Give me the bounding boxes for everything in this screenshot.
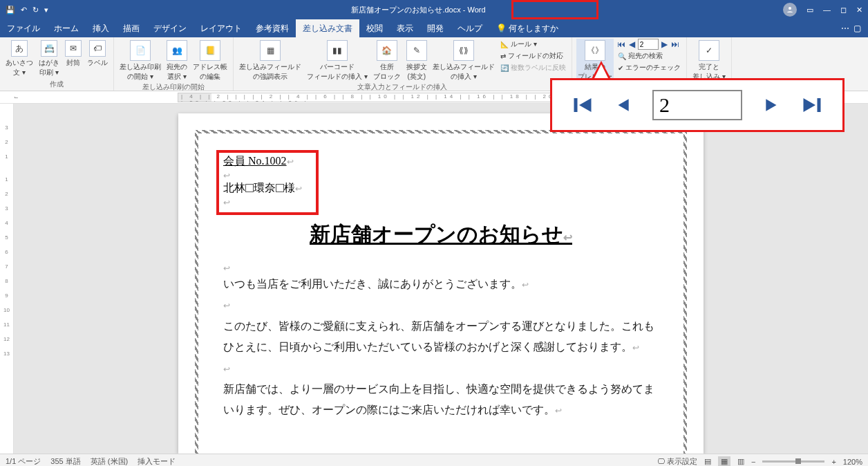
start-merge-button[interactable]: 📄差し込み印刷 の開始 ▾: [118, 39, 162, 82]
update-labels-button: 🔄複数ラベルに反映: [499, 62, 567, 73]
tab-draw[interactable]: 描画: [116, 19, 147, 37]
vertical-ruler: 32112345678910111213: [0, 104, 14, 454]
status-mode[interactable]: 挿入モード: [138, 456, 176, 466]
close-icon[interactable]: ✕: [856, 6, 862, 15]
select-recipients-button[interactable]: 👥宛先の 選択 ▾: [165, 39, 189, 82]
insert-merge-field-button[interactable]: ⟪⟫差し込みフィールド の挿入 ▾: [431, 39, 496, 82]
group-write-label: 文章入力とフィールドの挿入: [238, 82, 567, 93]
group-create-label: 作成: [4, 79, 109, 91]
zoom-slider[interactable]: [762, 460, 824, 463]
last-record-icon[interactable]: ⏭: [670, 39, 680, 49]
svg-marker-5: [804, 98, 816, 112]
search-icon: 🔍: [618, 53, 626, 60]
group-write-insert: ▦差し込みフィールド の強調表示 ▮▮バーコード フィールドの挿入 ▾ 🏠住所 …: [234, 37, 572, 91]
check-icon: ✔: [618, 64, 623, 72]
svg-marker-3: [619, 99, 629, 111]
greeting-button[interactable]: ああいさつ 文 ▾: [4, 39, 35, 77]
label-button[interactable]: 🏷ラベル: [86, 39, 109, 68]
document-page[interactable]: 会員 No.1002↩ ↩ 北林環奈様↩ ↩ 新店舗オープンのお知らせ↩ ↩ い…: [178, 113, 704, 454]
print-layout-icon[interactable]: ▦: [718, 456, 730, 466]
finish-merge-button[interactable]: ✓完了と 差し込み ▾: [691, 39, 727, 82]
svg-rect-6: [818, 98, 821, 112]
tab-home[interactable]: ホーム: [47, 19, 86, 37]
zoom-in-icon[interactable]: +: [831, 458, 836, 466]
tell-me[interactable]: 💡 何をしますか: [489, 19, 565, 37]
tab-review[interactable]: 校閲: [359, 19, 390, 37]
highlight-member-block: [216, 150, 319, 215]
postcard-button[interactable]: 📇はがき 印刷 ▾: [37, 39, 61, 77]
barcode-button[interactable]: ▮▮バーコード フィールドの挿入 ▾: [305, 39, 369, 82]
record-navigator: ⏮ ◀ ▶ ⏭: [616, 39, 682, 50]
first-record-big-icon[interactable]: [572, 95, 593, 115]
tell-me-label: 何をしますか: [509, 23, 558, 35]
ribbon-tabs: ファイル ホーム 挿入 描画 デザイン レイアウト 参考資料 差し込み文書 校閲…: [0, 19, 868, 37]
tab-design[interactable]: デザイン: [147, 19, 194, 37]
svg-marker-2: [579, 98, 592, 112]
undo-icon[interactable]: ↶: [21, 6, 27, 15]
svg-marker-4: [766, 99, 776, 111]
tab-mailings[interactable]: 差し込み文書: [296, 19, 359, 37]
save-icon[interactable]: 💾: [6, 6, 15, 15]
tab-file[interactable]: ファイル: [0, 19, 47, 37]
status-bar: 1/1 ページ 355 単語 英語 (米国) 挿入モード 🖵 表示設定 ▤ ▦ …: [0, 454, 868, 466]
minimize-icon[interactable]: —: [823, 6, 831, 14]
status-language[interactable]: 英語 (米国): [91, 456, 128, 466]
svg-rect-1: [574, 98, 578, 112]
paragraph-2: このたび、皆様のご愛顧に支えられ、新店舗をオープンする運びとなりました。これもひ…: [223, 320, 654, 353]
group-start-merge: 📄差し込み印刷 の開始 ▾ 👥宛先の 選択 ▾ 📒アドレス帳 の編集 差し込み印…: [114, 37, 234, 91]
next-record-big-icon[interactable]: [763, 96, 781, 114]
prev-record-icon[interactable]: ◀: [628, 39, 636, 49]
tab-view[interactable]: 表示: [390, 19, 420, 37]
group-start-label: 差し込み印刷の開始: [118, 82, 229, 93]
svg-point-0: [789, 7, 791, 10]
qat-more-icon[interactable]: ▾: [44, 6, 48, 15]
prev-record-big-icon[interactable]: [614, 96, 632, 114]
rules-button[interactable]: 📐ルール ▾: [499, 39, 567, 50]
zoom-out-icon[interactable]: −: [751, 458, 755, 466]
window-title: 新店舗オープンのお知らせ.docx - Word: [54, 5, 783, 15]
share-icon[interactable]: ⋯: [841, 24, 849, 33]
zoom-level[interactable]: 120%: [843, 458, 862, 466]
title-bar: 💾 ↶ ↻ ▾ 新店舗オープンのお知らせ.docx - Word ▭ — ◻ ✕: [0, 0, 868, 19]
update-labels-icon: 🔄: [500, 64, 509, 72]
tab-help[interactable]: ヘルプ: [451, 19, 489, 37]
redo-icon[interactable]: ↻: [32, 6, 39, 15]
tab-insert[interactable]: 挿入: [86, 19, 116, 37]
document-area: 32112345678910111213 会員 No.1002↩ ↩ 北林環奈様…: [0, 104, 868, 454]
last-record-big-icon[interactable]: [802, 95, 822, 115]
display-settings[interactable]: 🖵 表示設定: [657, 456, 697, 466]
group-create: ああいさつ 文 ▾ 📇はがき 印刷 ▾ ✉封筒 🏷ラベル 作成: [0, 37, 114, 91]
ribbon-display-icon[interactable]: ▭: [806, 6, 813, 15]
maximize-icon[interactable]: ◻: [840, 6, 847, 15]
read-mode-icon[interactable]: ▤: [704, 457, 711, 466]
record-number-input[interactable]: [638, 39, 659, 50]
avatar[interactable]: [783, 3, 797, 17]
greeting-line-button[interactable]: ✎挨拶文 (英文): [405, 39, 428, 82]
check-errors-button[interactable]: ✔エラーのチェック: [616, 62, 682, 73]
paragraph-1: いつも当店をご利用いただき、誠にありがとうございます。: [223, 278, 522, 290]
quick-access-toolbar: 💾 ↶ ↻ ▾: [0, 6, 54, 15]
navigator-callout: [550, 78, 845, 132]
match-fields-button[interactable]: ⇄フィールドの対応: [499, 50, 567, 62]
status-words[interactable]: 355 単語: [50, 456, 80, 466]
tab-references[interactable]: 参考資料: [249, 19, 296, 37]
address-block-button[interactable]: 🏠住所 ブロック: [372, 39, 402, 82]
web-layout-icon[interactable]: ▥: [737, 457, 744, 466]
highlight-fields-button[interactable]: ▦差し込みフィールド の強調表示: [238, 39, 303, 82]
lightbulb-icon: 💡: [496, 24, 507, 33]
record-number-big-input[interactable]: [652, 90, 742, 120]
status-page[interactable]: 1/1 ページ: [6, 456, 41, 466]
match-icon: ⇄: [500, 53, 506, 60]
tab-layout[interactable]: レイアウト: [194, 19, 249, 37]
comments-icon[interactable]: ▢: [853, 24, 861, 33]
rules-icon: 📐: [500, 41, 509, 48]
envelope-button[interactable]: ✉封筒: [64, 39, 83, 68]
find-recipient-button[interactable]: 🔍宛先の検索: [616, 50, 682, 62]
edit-recipients-button[interactable]: 📒アドレス帳 の編集: [191, 39, 229, 82]
tab-developer[interactable]: 開発: [420, 19, 451, 37]
paragraph-3: 新店舗では、より一層のサービス向上を目指し、快適な空間を提供できるよう努めてまい…: [223, 383, 654, 416]
document-title: 新店舗オープンのお知らせ: [310, 223, 563, 245]
first-record-icon[interactable]: ⏮: [616, 39, 626, 49]
next-record-icon[interactable]: ▶: [661, 39, 668, 49]
callout-tail: [592, 61, 611, 79]
